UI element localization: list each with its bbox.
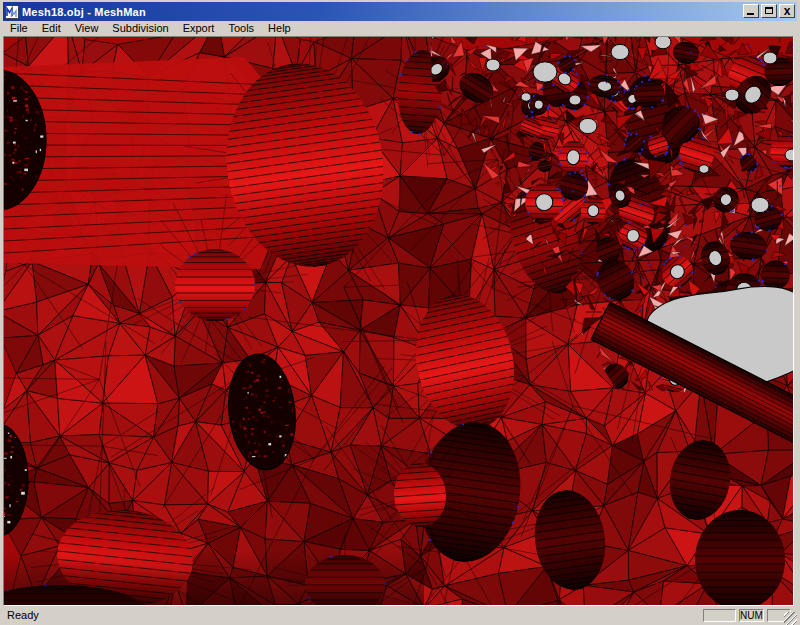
resize-grip-icon[interactable] <box>784 612 797 625</box>
maximize-icon <box>765 7 773 14</box>
close-icon: x <box>780 6 794 17</box>
title-bar: Mesh18.obj - MeshMan x <box>3 2 797 21</box>
maximize-button[interactable] <box>761 4 777 18</box>
status-message: Ready <box>7 609 39 621</box>
minimize-button[interactable] <box>743 4 759 18</box>
menu-item-view[interactable]: View <box>68 21 106 36</box>
menu-bar: File Edit View Subdivision Export Tools … <box>3 21 797 36</box>
menu-item-edit[interactable]: Edit <box>35 21 68 36</box>
minimize-icon <box>747 13 754 15</box>
viewport-frame <box>3 36 794 606</box>
status-bar: Ready NUM <box>3 606 797 625</box>
menu-item-file[interactable]: File <box>3 21 35 36</box>
status-panel-num: NUM <box>739 609 764 622</box>
menu-item-export[interactable]: Export <box>176 21 222 36</box>
app-icon <box>5 5 19 19</box>
window-title: Mesh18.obj - MeshMan <box>22 6 146 18</box>
close-button[interactable]: x <box>779 4 795 18</box>
status-panel-1 <box>703 609 736 622</box>
menu-item-tools[interactable]: Tools <box>221 21 261 36</box>
mesh-viewport[interactable] <box>4 37 793 605</box>
menu-item-subdivision[interactable]: Subdivision <box>105 21 175 36</box>
menu-item-help[interactable]: Help <box>261 21 298 36</box>
